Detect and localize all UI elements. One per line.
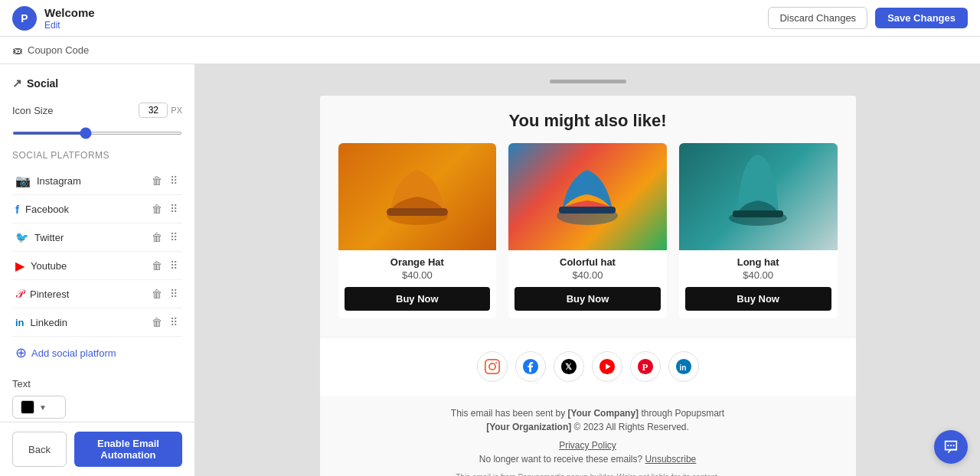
platforms-label: Social Platforms (12, 150, 182, 161)
main-layout: ↗ Social Icon Size PX Social Platforms (0, 64, 980, 476)
save-button[interactable]: Save Changes (875, 8, 968, 28)
platform-instagram: 📷 Instagram 🗑 ⠿ (12, 167, 182, 195)
email-card: You might also like! (320, 96, 856, 476)
delete-twitter-button[interactable]: 🗑 (150, 230, 164, 245)
svg-rect-3 (559, 207, 616, 214)
add-social-label: Add social platform (31, 347, 116, 359)
product-card-orange: Orange Hat $40.00 Buy Now (338, 143, 497, 318)
svg-rect-6 (485, 360, 498, 373)
long-hat-svg (724, 151, 792, 243)
svg-rect-5 (733, 210, 783, 217)
social-instagram-bubble[interactable] (477, 351, 508, 382)
product-image-orange (338, 143, 497, 250)
products-title: You might also like! (338, 111, 838, 131)
buy-long-button[interactable]: Buy Now (685, 287, 831, 311)
buy-orange-button[interactable]: Buy Now (345, 287, 491, 311)
drag-pinterest-button[interactable]: ⠿ (168, 286, 179, 302)
header-left: P Welcome Edit (12, 6, 95, 31)
footer-sent-line: This email has been sent by [Your Compan… (338, 408, 838, 419)
email-canvas: You might also like! (289, 64, 887, 476)
orange-hat-svg (383, 155, 452, 239)
drag-facebook-button[interactable]: ⠿ (168, 201, 179, 217)
icon-size-slider-wrap (12, 124, 182, 138)
icon-size-label: Icon Size (12, 105, 53, 116)
text-label: Text (12, 378, 182, 390)
back-button[interactable]: Back (12, 432, 67, 467)
privacy-policy-link[interactable]: Privacy Policy (338, 440, 838, 451)
sidebar: ↗ Social Icon Size PX Social Platforms (0, 64, 195, 476)
title-group: Welcome Edit (44, 6, 95, 31)
delete-facebook-button[interactable]: 🗑 (150, 201, 164, 217)
icon-size-unit: PX (171, 106, 182, 115)
platform-pinterest: 𝒫 Pinterest 🗑 ⠿ (12, 280, 182, 308)
add-social-platform[interactable]: ⊕ Add social platform (12, 337, 182, 369)
handle-bar (320, 80, 856, 83)
svg-point-8 (495, 362, 497, 364)
delete-instagram-button[interactable]: 🗑 (150, 173, 164, 188)
youtube-icon: ▶ (15, 259, 24, 273)
unsubscribe-link[interactable]: Unsubscribe (645, 454, 697, 465)
subheader-label: Coupon Code (28, 44, 89, 56)
product-name-colorful: Colorful hat (508, 250, 667, 269)
products-grid: Orange Hat $40.00 Buy Now (338, 143, 838, 318)
header-right: Discard Changes Save Changes (768, 7, 968, 29)
svg-point-19 (950, 445, 952, 446)
text-section: Text ▼ (12, 378, 182, 419)
twitter-icon: 🐦 (15, 231, 28, 243)
color-swatch (21, 400, 34, 414)
platform-linkedin: in Linkedin 🗑 ⠿ (12, 308, 182, 337)
enable-automation-button[interactable]: Enable Email Automation (74, 432, 182, 467)
product-image-long (679, 143, 838, 250)
platform-youtube: ▶ Youtube 🗑 ⠿ (12, 252, 182, 280)
chevron-down-icon: ▼ (39, 403, 47, 412)
product-name-orange: Orange Hat (338, 250, 497, 269)
product-image-colorful (508, 143, 667, 250)
product-card-colorful: Colorful hat $40.00 Buy Now (508, 143, 667, 318)
drag-instagram-button[interactable]: ⠿ (168, 173, 179, 188)
share-icon: ↗ (12, 77, 22, 90)
svg-text:P: P (642, 362, 648, 373)
footer-org: [Your Organization] (486, 422, 571, 432)
sidebar-content: ↗ Social Icon Size PX Social Platforms (0, 64, 194, 422)
icon-size-row: Icon Size PX (12, 103, 182, 118)
footer-disclaimer: This email is from Popupsmart's popup bu… (338, 472, 838, 476)
social-youtube-bubble[interactable] (592, 351, 622, 382)
chat-bubble[interactable] (934, 430, 968, 464)
color-picker-button[interactable]: ▼ (12, 396, 66, 419)
buy-colorful-button[interactable]: Buy Now (514, 287, 661, 311)
colorful-hat-svg (553, 155, 622, 239)
delete-linkedin-button[interactable]: 🗑 (150, 315, 164, 330)
drag-youtube-button[interactable]: ⠿ (168, 258, 179, 273)
edit-link[interactable]: Edit (44, 20, 95, 31)
social-twitter-bubble[interactable]: 𝕏 (554, 351, 584, 382)
facebook-icon: f (15, 203, 19, 216)
icon-size-value-wrap: PX (139, 103, 182, 118)
social-facebook-bubble[interactable] (515, 351, 546, 382)
sidebar-section-title: ↗ Social (12, 77, 182, 90)
coupon-icon: 🎟 (12, 44, 23, 57)
social-pinterest-bubble[interactable]: P (630, 351, 661, 382)
page-title: Welcome (44, 6, 95, 20)
logo: P (12, 6, 37, 31)
drag-twitter-button[interactable]: ⠿ (168, 230, 179, 245)
svg-point-18 (947, 445, 949, 446)
footer-company: [Your Company] (568, 408, 639, 419)
icon-size-slider[interactable] (12, 132, 182, 135)
preview-area: You might also like! (195, 64, 980, 476)
sidebar-footer: Back Enable Email Automation (0, 422, 194, 476)
subheader: 🎟 Coupon Code (0, 37, 980, 64)
icon-size-input[interactable] (139, 103, 168, 118)
svg-point-7 (488, 364, 495, 370)
svg-point-20 (953, 445, 955, 446)
product-price-orange: $40.00 (338, 269, 497, 287)
svg-text:𝕏: 𝕏 (564, 362, 571, 371)
product-name-long: Long hat (679, 250, 838, 269)
delete-youtube-button[interactable]: 🗑 (150, 258, 164, 273)
social-linkedin-bubble[interactable]: in (668, 351, 699, 382)
delete-pinterest-button[interactable]: 🗑 (150, 286, 164, 302)
product-price-long: $40.00 (679, 269, 838, 287)
drag-linkedin-button[interactable]: ⠿ (168, 315, 179, 330)
header: P Welcome Edit Discard Changes Save Chan… (0, 0, 980, 37)
platform-name-instagram: Instagram (37, 175, 81, 187)
discard-button[interactable]: Discard Changes (768, 7, 867, 29)
